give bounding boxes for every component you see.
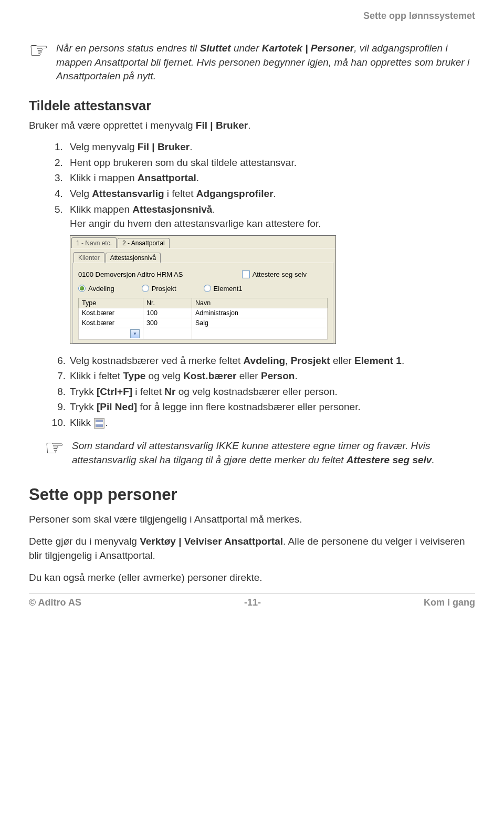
text: eller xyxy=(330,355,354,366)
text: , xyxy=(285,355,291,366)
tab-ansattportal[interactable]: 2 - Ansattportal xyxy=(118,238,170,248)
col-nr[interactable]: Nr. xyxy=(143,298,192,308)
cell-navn[interactable]: Administrasjon xyxy=(192,308,328,318)
text-bold: Attestere seg selv xyxy=(346,454,432,465)
cell-navn[interactable] xyxy=(192,328,328,339)
heading-sette-opp-personer: Sette opp personer xyxy=(29,485,475,504)
intro-text: Bruker må være opprettet i menyvalg Fil … xyxy=(29,119,475,133)
text-bold: Adgangsprofiler xyxy=(196,188,274,199)
cell-nr[interactable]: 100 xyxy=(143,308,192,318)
radio-element1[interactable]: Element1 xyxy=(204,285,243,293)
text-bold: Type xyxy=(123,370,145,381)
save-icon xyxy=(94,418,104,429)
text-bold: Element 1 xyxy=(354,355,402,366)
text-bold: [Pil Ned] xyxy=(97,401,137,412)
footer-right: Kom i gang xyxy=(424,597,475,608)
note-block-1: ☞ Når en persons status endres til Slutt… xyxy=(29,41,475,84)
cell-type[interactable]: Kost.bærer xyxy=(79,318,143,328)
col-type[interactable]: Type xyxy=(79,298,143,308)
text-bold: Fil | Bruker xyxy=(196,120,248,131)
note-block-2: ☞ Som standard vil attestansvarlig IKKE … xyxy=(45,439,475,467)
page-footer: © Aditro AS -11- Kom i gang xyxy=(29,593,475,608)
cell-type-dropdown[interactable]: ▼ xyxy=(79,328,143,339)
step-4: Velg Attestansvarlig i feltet Adgangspro… xyxy=(66,186,475,201)
text: . xyxy=(295,370,297,381)
text-bold: Kost.bærer xyxy=(183,370,236,381)
heading-tildele: Tildele attestansvar xyxy=(29,98,475,113)
text: Klikk i feltet xyxy=(70,370,123,381)
text: for å legge inn flere kostnadsbærer elle… xyxy=(137,401,361,412)
tab-row-sub: Klienter Attestasjonsnivå xyxy=(72,251,333,263)
text-bold: Person xyxy=(261,370,295,381)
text-bold: Verktøy | Veiviser Ansattportal xyxy=(140,536,283,547)
text: i feltet xyxy=(164,188,196,199)
checkbox-attestere-selv[interactable]: Attestere seg selv xyxy=(242,270,307,278)
text-bold: [Ctrl+F] xyxy=(97,386,132,397)
chevron-down-icon[interactable]: ▼ xyxy=(130,329,140,338)
text-bold: Ansattportal xyxy=(138,172,196,183)
embedded-screenshot: 1 - Navn etc. 2 - Ansattportal Klienter … xyxy=(70,235,336,344)
radio-avdeling[interactable]: Avdeling xyxy=(78,285,114,293)
step-6: Velg kostnadsbærer ved å merke feltet Av… xyxy=(66,353,475,368)
text: Velg xyxy=(70,188,92,199)
radio-icon[interactable] xyxy=(204,285,211,292)
step-7: Klikk i feltet Type og velg Kost.bærer e… xyxy=(66,369,475,383)
text: Dette gjør du i menyvalg xyxy=(29,536,140,547)
text: Når en persons status endres til xyxy=(56,43,200,54)
text-bold: Attestasjonsnivå xyxy=(132,204,212,215)
checkbox-label: Attestere seg selv xyxy=(253,270,307,278)
subtab-klienter[interactable]: Klienter xyxy=(74,252,104,263)
text: eller xyxy=(237,370,261,381)
tab-navn[interactable]: 1 - Navn etc. xyxy=(71,237,117,248)
table-row[interactable]: Kost.bærer 300 Salg xyxy=(79,318,328,328)
table-row-empty[interactable]: ▼ xyxy=(79,328,328,339)
text: Trykk xyxy=(70,386,97,397)
cell-nr[interactable]: 300 xyxy=(143,318,192,328)
text-bold: Kartotek | Personer xyxy=(262,43,354,54)
step-10: Klikk . xyxy=(66,415,475,430)
step-1: Velg menyvalg Fil | Bruker. xyxy=(66,140,475,154)
hand-point-icon: ☞ xyxy=(45,437,65,467)
page-header: Sette opp lønnssystemet xyxy=(29,11,475,22)
footer-center: -11- xyxy=(244,597,261,608)
radio-icon[interactable] xyxy=(78,285,86,292)
text: og velg xyxy=(145,370,183,381)
paragraph: Dette gjør du i menyvalg Verktøy | Veivi… xyxy=(29,535,475,562)
text: . xyxy=(196,172,199,183)
cell-nr[interactable] xyxy=(143,328,192,339)
step-list-1: Velg menyvalg Fil | Bruker. Hent opp bru… xyxy=(29,140,475,231)
step-8: Trykk [Ctrl+F] i feltet Nr og velg kostn… xyxy=(66,384,475,399)
paragraph: Personer som skal være tilgjengelig i An… xyxy=(29,513,475,527)
step-2: Hent opp brukeren som du skal tildele at… xyxy=(66,155,475,170)
step-5: Klikk mappen Attestasjonsnivå.Her angir … xyxy=(66,202,475,231)
text: . xyxy=(212,204,215,215)
subtab-attestasjonsniva[interactable]: Attestasjonsnivå xyxy=(106,253,161,263)
cell-type[interactable]: Kost.bærer xyxy=(79,308,143,318)
data-table: Type Nr. Navn Kost.bærer 100 Administras… xyxy=(78,298,328,340)
radio-icon[interactable] xyxy=(142,285,149,292)
radio-prosjekt[interactable]: Prosjekt xyxy=(142,285,176,293)
panel-body: 0100 Demoversjon Aditro HRM AS Attestere… xyxy=(72,263,333,343)
text: Velg menyvalg xyxy=(70,141,138,152)
text: og velg kostnadsbærer eller person. xyxy=(175,386,337,397)
note-text-1: Når en persons status endres til Sluttet… xyxy=(56,41,475,84)
text-bold: Avdeling xyxy=(244,355,286,366)
text: i feltet xyxy=(132,386,164,397)
text: Her angir du hvem den attestansvarlige k… xyxy=(70,218,321,229)
checkbox-icon[interactable] xyxy=(242,270,250,278)
client-label: 0100 Demoversjon Aditro HRM AS xyxy=(78,270,183,278)
col-navn[interactable]: Navn xyxy=(192,298,328,308)
table-row[interactable]: Kost.bærer 100 Administrasjon xyxy=(79,308,328,318)
text: Klikk i mappen xyxy=(70,172,138,183)
radio-label: Avdeling xyxy=(88,285,114,293)
text: . xyxy=(402,355,404,366)
text: . xyxy=(105,417,108,428)
text: Bruker må være opprettet i menyvalg xyxy=(29,120,196,131)
radio-label: Element1 xyxy=(214,285,243,293)
text: . xyxy=(190,141,192,152)
text: Trykk xyxy=(70,401,97,412)
cell-navn[interactable]: Salg xyxy=(192,318,328,328)
text-bold: Sluttet xyxy=(200,43,231,54)
step-9: Trykk [Pil Ned] for å legge inn flere ko… xyxy=(66,400,475,414)
text-bold: Prosjekt xyxy=(291,355,330,366)
